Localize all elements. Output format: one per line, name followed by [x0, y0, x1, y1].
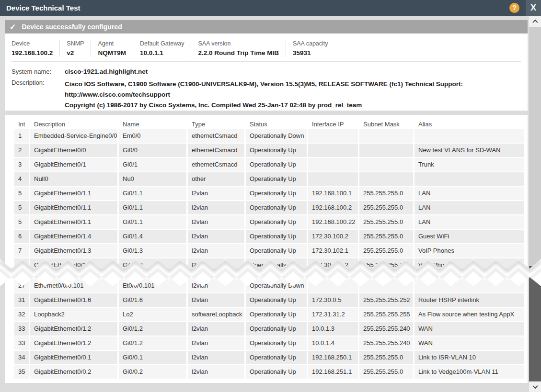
info-value: 2.2.0 Round Trip Time MIB — [198, 49, 279, 56]
info-label: Agent — [98, 40, 126, 47]
table-cell: other — [188, 172, 244, 186]
table-cell: Gi0/1.6 — [119, 293, 186, 307]
table-cell: LAN — [414, 215, 524, 229]
table-cell: Operationally Down — [246, 129, 307, 143]
table-cell: VoIP Phones — [414, 244, 524, 258]
description-value: Cisco IOS Software, C1900 Software (C190… — [65, 79, 521, 111]
table-row: 31GigabitEthernet0/1.6Gi0/1.6l2vlanOpera… — [14, 293, 524, 307]
table-cell: l2vlan — [188, 351, 244, 364]
table-cell: Gi0/0.2 — [119, 365, 186, 379]
table-cell: 7 — [14, 244, 29, 258]
table-cell: 255.255.255.0 — [359, 230, 413, 243]
table-row: 5GigabitEthernet0/1.1Gi0/1.1l2vlanOperat… — [14, 215, 524, 229]
table-cell — [308, 279, 358, 292]
header-cell: Status — [246, 121, 307, 128]
table-cell: ethernetCsmacd — [188, 129, 244, 143]
scrollbar[interactable] — [529, 16, 541, 392]
chevron-up-icon — [532, 19, 538, 24]
info-label: Device — [12, 40, 53, 47]
table-cell: Trunk — [414, 158, 524, 171]
header-cell: Interface IP — [308, 121, 358, 128]
table-cell: Operationally Up — [246, 158, 307, 171]
chevron-down-icon — [532, 383, 538, 389]
close-button[interactable]: X — [526, 0, 541, 16]
table-cell: Operationally Up — [246, 293, 307, 307]
info-value: 35931 — [293, 49, 328, 56]
scroll-down-button[interactable] — [529, 381, 541, 392]
window-titlebar: Device Technical Test ? X — [0, 0, 541, 16]
info-field: SAA capacity35931 — [286, 40, 335, 56]
info-label: SAA version — [198, 40, 279, 47]
device-technical-test-dialog: Device Technical Test ? X ✓ Device succe… — [0, 0, 541, 392]
table-cell: 172.30.100.2 — [308, 230, 358, 243]
table-cell: Gi0/1.1 — [119, 187, 186, 200]
table-cell: 34 — [14, 351, 29, 364]
scroll-thumb[interactable] — [529, 266, 541, 381]
table-cell: l2vlan — [188, 279, 244, 292]
table-cell: 192.168.100.22 — [308, 215, 358, 229]
table-row: 6GigabitEthernet0/1.4Gi0/1.4l2vlanOperat… — [14, 230, 524, 243]
table-cell: Operationally Up — [246, 322, 307, 336]
info-field: Default Gateway10.0.1.1 — [133, 40, 191, 56]
table-cell: 255.255.255.255 — [359, 308, 413, 321]
table-lower: 27Ethernet0/0/0.101Et0/0/0.101l2vlanOper… — [14, 279, 524, 379]
table-cell: l2vlan — [188, 187, 244, 200]
table-cell: Operationally Up — [246, 244, 307, 258]
table-cell: 172.30.102.1 — [308, 244, 358, 258]
table-cell — [359, 158, 413, 171]
device-info-panel: Device192.168.100.2SNMPv2AgentNQMT9MDefa… — [5, 34, 528, 111]
table-cell: 172.30.102.2 — [308, 258, 358, 272]
table-cell: 4 — [14, 172, 29, 186]
table-cell: 255.255.255.0 — [359, 258, 413, 272]
table-cell: LAN — [414, 201, 524, 214]
table-cell: 1 — [14, 129, 29, 143]
table-cell — [308, 172, 358, 186]
table-cell: 192.168.250.1 — [308, 351, 358, 364]
table-cell: softwareLoopback — [188, 308, 244, 321]
table-cell: GigabitEthernet0/1.6 — [30, 293, 117, 307]
table-row: 32Loopback2Lo2softwareLoopbackOperationa… — [14, 308, 524, 321]
table-cell: Operationally Up — [246, 187, 307, 200]
table-cell: VoIP Phones — [414, 258, 524, 272]
table-row: 33GigabitEthernet0/1.2Gi0/1.2l2vlanOpera… — [14, 322, 524, 336]
table-cell: LAN — [414, 187, 524, 200]
table-cell: ethernetCsmacd — [188, 158, 244, 171]
table-cell: New test VLANS for SD-WAN — [414, 144, 524, 157]
tear-gap — [14, 273, 524, 279]
table-cell: WAN — [414, 336, 524, 350]
table-cell: Operationally Up — [246, 215, 307, 229]
table-cell: l2vlan — [188, 201, 244, 214]
description-row: Description: Cisco IOS Software, C1900 S… — [5, 75, 528, 111]
table-cell: GigabitEthernet0/1.4 — [30, 230, 117, 243]
check-icon: ✓ — [10, 22, 16, 32]
table-cell: l2vlan — [188, 322, 244, 336]
table-cell: 255.255.255.0 — [359, 187, 413, 200]
table-cell: 192.168.251.1 — [308, 365, 358, 379]
table-cell: Gi0/0 — [119, 144, 186, 157]
table-cell: 172.30.0.5 — [308, 293, 358, 307]
table-cell: WAN — [414, 322, 524, 336]
table-cell: Null0 — [30, 172, 117, 186]
table-cell: Operationally Up — [246, 230, 307, 243]
table-row: 7GigabitEthernet0/1.3Gi0/1.3l2vlanOperat… — [14, 244, 524, 258]
table-row: 35GigabitEthernet0/0.2Gi0/0.2l2vlanOpera… — [14, 365, 524, 379]
table-cell: Operationally Up — [246, 144, 307, 157]
table-cell: Operationally Up — [246, 336, 307, 350]
table-cell: GigabitEthernet0/1.3 — [30, 244, 117, 258]
help-icon[interactable]: ? — [509, 3, 519, 13]
table-cell — [414, 129, 524, 143]
table-cell: 6 — [14, 230, 29, 243]
scroll-up-button[interactable] — [529, 16, 541, 27]
table-cell: Gi0/1.1 — [119, 201, 186, 214]
table-cell: Gi0/1.3 — [119, 258, 186, 272]
info-value: v2 — [67, 49, 84, 56]
table-cell: 7 — [14, 258, 29, 272]
table-cell: GigabitEthernet0/0 — [30, 144, 117, 157]
table-cell: 35 — [14, 365, 29, 379]
table-cell: Ethernet0/0/0.101 — [30, 279, 117, 292]
system-name-label: System name: — [12, 68, 65, 75]
table-cell: 5 — [14, 215, 29, 229]
table-cell — [414, 279, 524, 292]
table-cell: 255.255.255.240 — [359, 322, 413, 336]
table-cell: l2vlan — [188, 244, 244, 258]
